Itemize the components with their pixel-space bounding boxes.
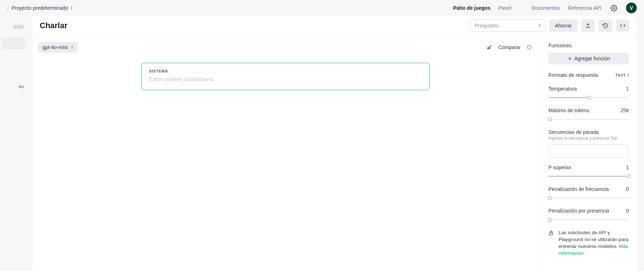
freq-penalty-value: 0 <box>626 186 629 192</box>
main-card: Charlar Preajustes ▲▼ Ahorrar gpt-4o-min… <box>32 16 637 271</box>
model-label: gpt-4o-mini <box>43 44 68 50</box>
stop-sequences-hint: Ingrese la secuencia y presione Tab <box>548 136 629 141</box>
nav-panel[interactable]: Panel <box>498 5 511 11</box>
max-tokens-label: Máximo de tokens <box>548 108 590 113</box>
compare-add-button[interactable] <box>526 44 533 51</box>
clear-button[interactable] <box>486 44 493 51</box>
plus-icon <box>568 56 572 61</box>
chevron-up-down-icon: ▲▼ <box>627 73 629 77</box>
chevron-up-down-icon: ▲▼ <box>70 6 73 10</box>
pres-penalty-label: Penalización por presencia <box>548 208 609 214</box>
chevron-up-down-icon: ▲▼ <box>538 23 541 28</box>
temperature-slider[interactable] <box>548 95 629 100</box>
stop-sequences-control: Secuencias de parada Ingrese la secuenci… <box>548 129 629 157</box>
save-button[interactable]: Ahorrar <box>549 19 578 32</box>
breadcrumb: / Proyecto predeterminado ▲▼ <box>7 5 73 11</box>
sidebar-selection-highlight <box>1 38 25 49</box>
temperature-value: 1 <box>626 86 629 92</box>
code-icon <box>619 23 626 29</box>
response-format-label: Formato de respuesta <box>548 72 598 78</box>
history-button[interactable] <box>599 19 612 32</box>
broom-icon <box>487 44 493 50</box>
lock-icon <box>548 230 554 257</box>
topbar: / Proyecto predeterminado ▲▼ Patio de ju… <box>0 0 644 16</box>
presets-selector[interactable]: Preajustes ▲▼ <box>470 19 546 32</box>
pres-penalty-control: Penalización por presencia 0 <box>548 208 629 222</box>
response-format-selector[interactable]: text ▲▼ <box>615 73 629 78</box>
freq-penalty-control: Penalización de frecuencia 0 <box>548 186 629 201</box>
svg-rect-4 <box>550 233 553 235</box>
content-toolbar: gpt-4o-mini ▲▼ Comparar <box>38 42 533 53</box>
card-header: Charlar Preajustes ▲▼ Ahorrar <box>32 16 637 35</box>
max-tokens-control: Máximo de tokens 256 <box>548 108 629 122</box>
top-p-value: 1 <box>626 165 629 170</box>
topbar-right: Patio de juegos Panel Documentos Referen… <box>453 3 637 13</box>
avatar[interactable]: V <box>626 3 637 13</box>
nav-playground[interactable]: Patio de juegos <box>453 5 490 11</box>
top-p-slider[interactable] <box>548 173 629 179</box>
stop-sequences-input[interactable] <box>548 144 629 157</box>
privacy-notice: Las solicitudes de API y Playground no s… <box>548 230 629 257</box>
gear-icon <box>610 5 617 12</box>
privacy-notice-text: Las solicitudes de API y Playground no s… <box>559 230 628 249</box>
content-area: gpt-4o-mini ▲▼ Comparar SISTEMA <box>32 35 540 271</box>
svg-point-0 <box>613 7 615 9</box>
sidebar: GOS es <box>0 16 28 271</box>
top-p-label: P superior <box>548 165 572 170</box>
project-label: Proyecto predeterminado <box>12 5 68 11</box>
header-actions: Preajustes ▲▼ Ahorrar <box>470 19 630 32</box>
nav-api-ref[interactable]: Referencia API <box>568 5 601 11</box>
add-function-label: Agregar función <box>574 56 610 61</box>
stop-sequences-label: Secuencias de parada <box>548 129 599 135</box>
chevron-up-down-icon: ▲▼ <box>71 45 74 49</box>
settings-button[interactable] <box>609 4 618 12</box>
temperature-label: Temperatura <box>548 86 577 92</box>
breadcrumb-separator: / <box>7 5 9 11</box>
sparkle-plus-icon <box>526 44 532 50</box>
functions-heading: Funciones <box>548 43 629 48</box>
presets-placeholder: Preajustes <box>475 23 498 29</box>
sidebar-item-fragment[interactable]: es <box>0 80 28 93</box>
max-tokens-slider[interactable] <box>548 116 629 122</box>
temperature-control: Temperatura 1 <box>548 86 629 100</box>
system-input[interactable] <box>149 76 422 83</box>
compare-group: Comparar <box>486 44 533 51</box>
model-selector[interactable]: gpt-4o-mini ▲▼ <box>38 42 78 53</box>
pres-penalty-slider[interactable] <box>548 217 629 222</box>
code-button[interactable] <box>616 19 630 32</box>
max-tokens-value: 256 <box>621 108 629 113</box>
freq-penalty-label: Penalización de frecuencia <box>548 186 609 192</box>
upload-icon <box>585 23 591 29</box>
top-p-control: P superior 1 <box>548 165 629 179</box>
compare-button[interactable]: Comparar <box>498 44 521 50</box>
nav-docs[interactable]: Documentos <box>531 5 560 11</box>
response-format-value: text <box>615 73 626 78</box>
add-function-button[interactable]: Agregar función <box>548 53 629 64</box>
history-icon <box>603 23 608 29</box>
sidebar-heading: GOS <box>0 21 28 33</box>
pres-penalty-value: 0 <box>626 208 629 214</box>
settings-panel: Funciones Agregar función Formato de res… <box>540 35 637 271</box>
system-message-box[interactable]: SISTEMA <box>141 63 430 90</box>
card-body: gpt-4o-mini ▲▼ Comparar SISTEMA <box>32 35 637 271</box>
project-selector[interactable]: Proyecto predeterminado ▲▼ <box>12 5 73 11</box>
share-button[interactable] <box>581 19 595 32</box>
system-label: SISTEMA <box>149 69 422 73</box>
freq-penalty-slider[interactable] <box>548 195 629 201</box>
page-title: Charlar <box>40 21 67 30</box>
